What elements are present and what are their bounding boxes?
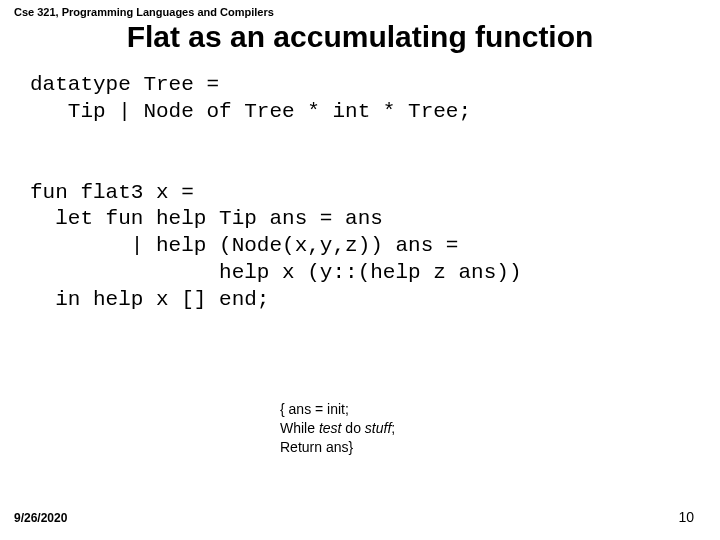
- footer-page-number: 10: [678, 509, 694, 525]
- code-line: let fun help Tip ans = ans: [30, 207, 383, 230]
- code-block: datatype Tree = Tip | Node of Tree * int…: [0, 72, 720, 314]
- note-line: While test do stuff;: [280, 419, 395, 438]
- slide-title: Flat as an accumulating function: [0, 20, 720, 54]
- footer-date: 9/26/2020: [14, 511, 67, 525]
- code-line: | help (Node(x,y,z)) ans =: [30, 234, 458, 257]
- note-line: Return ans}: [280, 438, 395, 457]
- code-line: Tip | Node of Tree * int * Tree;: [30, 100, 471, 123]
- code-line: datatype Tree =: [30, 73, 219, 96]
- note-line: { ans = init;: [280, 400, 395, 419]
- code-line: in help x [] end;: [30, 288, 269, 311]
- code-line: fun flat3 x =: [30, 181, 194, 204]
- pseudocode-note: { ans = init; While test do stuff; Retur…: [280, 400, 395, 457]
- code-line: help x (y::(help z ans)): [30, 261, 521, 284]
- course-header: Cse 321, Programming Languages and Compi…: [0, 0, 720, 18]
